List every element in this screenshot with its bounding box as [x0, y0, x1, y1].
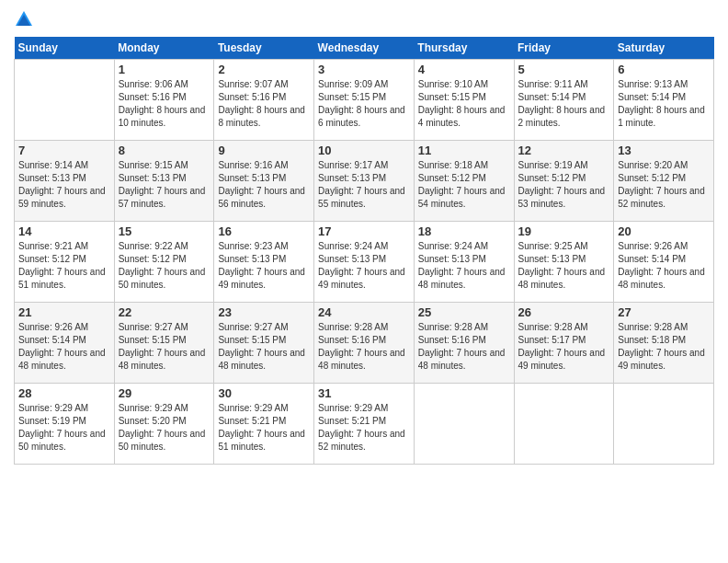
- calendar-week-row: 21Sunrise: 9:26 AMSunset: 5:14 PMDayligh…: [15, 303, 714, 384]
- table-cell: 19Sunrise: 9:25 AMSunset: 5:13 PMDayligh…: [514, 222, 614, 303]
- table-cell: 23Sunrise: 9:27 AMSunset: 5:15 PMDayligh…: [214, 303, 314, 384]
- header: [14, 9, 714, 29]
- header-thursday: Thursday: [414, 37, 514, 60]
- day-number: 24: [318, 305, 410, 319]
- table-cell: 12Sunrise: 9:19 AMSunset: 5:12 PMDayligh…: [514, 141, 614, 222]
- table-cell: [614, 384, 714, 465]
- day-number: 7: [18, 144, 110, 157]
- table-cell: 2Sunrise: 9:07 AMSunset: 5:16 PMDaylight…: [214, 60, 314, 141]
- day-info: Sunrise: 9:14 AMSunset: 5:13 PMDaylight:…: [18, 159, 110, 211]
- day-info: Sunrise: 9:15 AMSunset: 5:13 PMDaylight:…: [119, 159, 210, 211]
- day-number: 5: [518, 63, 610, 76]
- header-saturday: Saturday: [614, 37, 714, 60]
- calendar-table: Sunday Monday Tuesday Wednesday Thursday…: [14, 37, 714, 465]
- day-number: 21: [18, 305, 110, 319]
- day-number: 15: [119, 224, 210, 238]
- day-number: 31: [318, 386, 410, 400]
- header-friday: Friday: [514, 37, 614, 60]
- day-info: Sunrise: 9:19 AMSunset: 5:12 PMDaylight:…: [518, 159, 610, 211]
- table-cell: 11Sunrise: 9:18 AMSunset: 5:12 PMDayligh…: [414, 141, 514, 222]
- day-number: 16: [218, 224, 310, 238]
- day-info: Sunrise: 9:16 AMSunset: 5:13 PMDaylight:…: [218, 159, 310, 211]
- table-cell: 21Sunrise: 9:26 AMSunset: 5:14 PMDayligh…: [15, 303, 115, 384]
- table-cell: 8Sunrise: 9:15 AMSunset: 5:13 PMDaylight…: [114, 141, 214, 222]
- day-number: 25: [418, 305, 510, 319]
- day-number: 27: [618, 305, 710, 319]
- day-info: Sunrise: 9:27 AMSunset: 5:15 PMDaylight:…: [218, 321, 310, 373]
- day-info: Sunrise: 9:27 AMSunset: 5:15 PMDaylight:…: [119, 321, 210, 373]
- day-info: Sunrise: 9:10 AMSunset: 5:15 PMDaylight:…: [418, 78, 510, 130]
- day-info: Sunrise: 9:26 AMSunset: 5:14 PMDaylight:…: [618, 240, 710, 292]
- day-info: Sunrise: 9:17 AMSunset: 5:13 PMDaylight:…: [318, 159, 410, 211]
- day-info: Sunrise: 9:29 AMSunset: 5:21 PMDaylight:…: [218, 402, 310, 454]
- table-cell: 4Sunrise: 9:10 AMSunset: 5:15 PMDaylight…: [414, 60, 514, 141]
- table-cell: 22Sunrise: 9:27 AMSunset: 5:15 PMDayligh…: [114, 303, 214, 384]
- day-number: 10: [318, 144, 410, 157]
- table-cell: 18Sunrise: 9:24 AMSunset: 5:13 PMDayligh…: [414, 222, 514, 303]
- day-info: Sunrise: 9:28 AMSunset: 5:17 PMDaylight:…: [518, 321, 610, 373]
- table-cell: 10Sunrise: 9:17 AMSunset: 5:13 PMDayligh…: [314, 141, 415, 222]
- day-number: 14: [18, 224, 110, 238]
- header-wednesday: Wednesday: [314, 37, 415, 60]
- header-monday: Monday: [114, 37, 214, 60]
- table-cell: 28Sunrise: 9:29 AMSunset: 5:19 PMDayligh…: [15, 384, 115, 465]
- day-number: 26: [518, 305, 610, 319]
- day-number: 3: [318, 63, 410, 76]
- day-number: 11: [418, 144, 510, 157]
- day-number: 30: [218, 386, 310, 400]
- table-cell: 24Sunrise: 9:28 AMSunset: 5:16 PMDayligh…: [314, 303, 415, 384]
- header-tuesday: Tuesday: [214, 37, 314, 60]
- day-info: Sunrise: 9:28 AMSunset: 5:16 PMDaylight:…: [318, 321, 410, 373]
- table-cell: 30Sunrise: 9:29 AMSunset: 5:21 PMDayligh…: [214, 384, 314, 465]
- day-info: Sunrise: 9:29 AMSunset: 5:19 PMDaylight:…: [18, 402, 110, 454]
- day-info: Sunrise: 9:21 AMSunset: 5:12 PMDaylight:…: [18, 240, 110, 292]
- day-number: 1: [119, 63, 210, 76]
- day-number: 28: [18, 386, 110, 400]
- day-number: 23: [218, 305, 310, 319]
- day-number: 18: [418, 224, 510, 238]
- calendar-week-row: 7Sunrise: 9:14 AMSunset: 5:13 PMDaylight…: [15, 141, 714, 222]
- header-sunday: Sunday: [15, 37, 115, 60]
- table-cell: 29Sunrise: 9:29 AMSunset: 5:20 PMDayligh…: [114, 384, 214, 465]
- day-info: Sunrise: 9:11 AMSunset: 5:14 PMDaylight:…: [518, 78, 610, 130]
- day-info: Sunrise: 9:24 AMSunset: 5:13 PMDaylight:…: [418, 240, 510, 292]
- day-number: 4: [418, 63, 510, 76]
- table-cell: 17Sunrise: 9:24 AMSunset: 5:13 PMDayligh…: [314, 222, 415, 303]
- calendar-week-row: 28Sunrise: 9:29 AMSunset: 5:19 PMDayligh…: [15, 384, 714, 465]
- table-cell: [514, 384, 614, 465]
- table-cell: 27Sunrise: 9:28 AMSunset: 5:18 PMDayligh…: [614, 303, 714, 384]
- day-number: 17: [318, 224, 410, 238]
- table-cell: 13Sunrise: 9:20 AMSunset: 5:12 PMDayligh…: [614, 141, 714, 222]
- table-cell: [414, 384, 514, 465]
- table-cell: 31Sunrise: 9:29 AMSunset: 5:21 PMDayligh…: [314, 384, 415, 465]
- table-cell: 3Sunrise: 9:09 AMSunset: 5:15 PMDaylight…: [314, 60, 415, 141]
- day-number: 19: [518, 224, 610, 238]
- day-info: Sunrise: 9:23 AMSunset: 5:13 PMDaylight:…: [218, 240, 310, 292]
- day-number: 8: [119, 144, 210, 157]
- calendar-week-row: 14Sunrise: 9:21 AMSunset: 5:12 PMDayligh…: [15, 222, 714, 303]
- day-info: Sunrise: 9:07 AMSunset: 5:16 PMDaylight:…: [218, 78, 310, 130]
- day-info: Sunrise: 9:06 AMSunset: 5:16 PMDaylight:…: [119, 78, 210, 130]
- table-cell: 6Sunrise: 9:13 AMSunset: 5:14 PMDaylight…: [614, 60, 714, 141]
- day-info: Sunrise: 9:29 AMSunset: 5:20 PMDaylight:…: [119, 402, 210, 454]
- day-info: Sunrise: 9:13 AMSunset: 5:14 PMDaylight:…: [618, 78, 710, 130]
- day-info: Sunrise: 9:25 AMSunset: 5:13 PMDaylight:…: [518, 240, 610, 292]
- table-cell: 5Sunrise: 9:11 AMSunset: 5:14 PMDaylight…: [514, 60, 614, 141]
- table-cell: 9Sunrise: 9:16 AMSunset: 5:13 PMDaylight…: [214, 141, 314, 222]
- day-info: Sunrise: 9:29 AMSunset: 5:21 PMDaylight:…: [318, 402, 410, 454]
- day-info: Sunrise: 9:28 AMSunset: 5:16 PMDaylight:…: [418, 321, 510, 373]
- day-info: Sunrise: 9:09 AMSunset: 5:15 PMDaylight:…: [318, 78, 410, 130]
- day-number: 20: [618, 224, 710, 238]
- day-number: 29: [119, 386, 210, 400]
- day-info: Sunrise: 9:18 AMSunset: 5:12 PMDaylight:…: [418, 159, 510, 211]
- calendar-week-row: 1Sunrise: 9:06 AMSunset: 5:16 PMDaylight…: [15, 60, 714, 141]
- table-cell: 15Sunrise: 9:22 AMSunset: 5:12 PMDayligh…: [114, 222, 214, 303]
- page: Sunday Monday Tuesday Wednesday Thursday…: [0, 0, 728, 563]
- day-number: 9: [218, 144, 310, 157]
- day-number: 6: [618, 63, 710, 76]
- day-info: Sunrise: 9:20 AMSunset: 5:12 PMDaylight:…: [618, 159, 710, 211]
- table-cell: [15, 60, 115, 141]
- day-number: 22: [119, 305, 210, 319]
- table-cell: 7Sunrise: 9:14 AMSunset: 5:13 PMDaylight…: [15, 141, 115, 222]
- day-info: Sunrise: 9:22 AMSunset: 5:12 PMDaylight:…: [119, 240, 210, 292]
